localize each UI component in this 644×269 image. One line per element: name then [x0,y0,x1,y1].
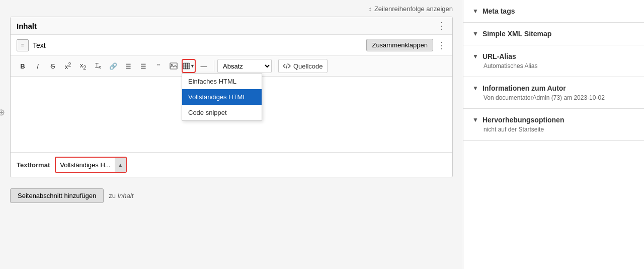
quellcode-button[interactable]: Quellcode [278,59,328,73]
row-order-label: Zeilenreihenfolge anzeigen [374,5,453,13]
sidebar-section-meta-tags-header[interactable]: ▼ Meta tags [472,7,635,15]
textformat-label: Textformat [17,161,50,169]
content-block: Inhalt ⋮ ≡ Text Zusammenklappen ⋮ B I S … [10,17,453,177]
add-section-text: zu Inhalt [109,192,133,199]
sidebar-section-highlight-options-sub: nicht auf der Startseite [472,126,635,133]
quellcode-label: Quellcode [293,62,323,70]
dropdown-item-full-html[interactable]: Vollständiges HTML [182,89,262,105]
chevron-icon-url-alias: ▼ [472,53,478,60]
chevron-icon-author-info: ▼ [472,85,478,92]
image-icon [170,62,178,70]
table-button[interactable]: ▼ [182,59,196,73]
sidebar-section-url-alias-header[interactable]: ▼ URL-Alias [472,52,635,60]
toolbar-divider-2 [275,60,275,72]
collapse-button[interactable]: Zusammenklappen [366,39,433,51]
textformat-row: Textformat Vollständiges H... ▲ [11,152,452,177]
sidebar-section-author-info: ▼ Informationen zum Autor Von documentat… [463,77,644,109]
content-block-header: Inhalt ⋮ [11,17,452,35]
content-block-title: Inhalt [17,22,37,30]
add-section-button[interactable]: Seitenabschnitt hinzufügen [10,188,104,203]
table-dropdown-container: ▼ Einfaches HTML Vollständiges HTML Code… [182,59,196,73]
row-order-icon: ↕ [368,5,372,13]
sidebar-section-author-info-header[interactable]: ▼ Informationen zum Autor [472,84,635,92]
svg-rect-0 [170,63,177,69]
chevron-icon-highlight-options: ▼ [472,116,478,123]
textformat-value: Vollständiges H... [56,161,114,169]
sidebar-section-meta-tags: ▼ Meta tags [463,0,644,23]
strikethrough-button[interactable]: S [46,59,60,73]
sidebar-section-meta-tags-title: Meta tags [482,7,515,15]
clear-format-button[interactable]: Tx [91,59,105,73]
toolbar-divider [214,60,214,72]
sidebar-section-xml-sitemap-title: Simple XML Sitemap [482,30,551,38]
sidebar-section-url-alias: ▼ URL-Alias Automatisches Alias [463,45,644,77]
sidebar-section-xml-sitemap-header[interactable]: ▼ Simple XML Sitemap [472,30,635,38]
text-type-icon: ≡ [17,39,29,51]
table-dropdown-menu: Einfaches HTML Vollständiges HTML Code s… [182,73,262,121]
dropdown-item-code-snippet[interactable]: Code snippet [182,105,262,120]
text-row-menu-button[interactable]: ⋮ [437,41,446,50]
add-section-row: Seitenabschnitt hinzufügen zu Inhalt [10,183,453,208]
bold-button[interactable]: B [16,59,30,73]
sidebar-section-url-alias-title: URL-Alias [482,52,516,60]
table-dropdown-arrow: ▼ [190,63,195,69]
image-button[interactable] [167,59,181,73]
quote-button[interactable]: " [151,59,166,73]
sidebar-section-url-alias-sub: Automatisches Alias [472,62,635,70]
move-icon: ⊕ [0,107,5,118]
text-row-left: ≡ Text [17,39,46,51]
format-select[interactable]: Absatz Überschrift 1 Überschrift 2 Übers… [217,59,272,73]
chevron-icon-meta-tags: ▼ [472,8,478,15]
quellcode-icon [283,62,291,70]
right-sidebar: ▼ Meta tags ▼ Simple XML Sitemap ▼ URL-A… [463,0,644,269]
svg-rect-2 [183,63,190,69]
chevron-icon-xml-sitemap: ▼ [472,30,478,37]
sidebar-section-xml-sitemap: ▼ Simple XML Sitemap [463,23,644,45]
content-block-menu-button[interactable]: ⋮ [437,21,446,30]
svg-line-7 [286,63,287,69]
sidebar-section-highlight-options: ▼ Hervorhebungsoptionen nicht auf der St… [463,109,644,141]
link-button[interactable]: 🔗 [106,59,120,73]
bullet-list-button[interactable]: ☰ [121,59,135,73]
superscript-button[interactable]: x2 [61,59,75,73]
separator-button[interactable]: — [197,59,211,73]
table-icon [183,62,190,70]
italic-button[interactable]: I [31,59,45,73]
sidebar-section-author-info-title: Informationen zum Autor [482,84,566,92]
sidebar-section-author-info-sub: Von documentatorAdmin (73) am 2023-10-02 [472,94,635,101]
textformat-arrow[interactable]: ▲ [115,158,126,172]
svg-point-1 [171,64,173,65]
subscript-button[interactable]: x2 [76,59,90,73]
sidebar-section-highlight-options-title: Hervorhebungsoptionen [482,116,565,124]
editor-toolbar: B I S x2 x2 Tx 🔗 ☰ ☰ " [11,56,452,77]
textformat-select-wrapper: Vollständiges H... ▲ [55,157,126,173]
dropdown-item-simple-html[interactable]: Einfaches HTML [182,74,262,89]
row-order-hint: ↕ Zeilenreihenfolge anzeigen [10,5,453,17]
sidebar-section-highlight-options-header[interactable]: ▼ Hervorhebungsoptionen [472,116,635,124]
text-label: Text [33,41,46,49]
text-row: ≡ Text Zusammenklappen ⋮ [11,35,452,56]
ordered-list-button[interactable]: ☰ [136,59,150,73]
